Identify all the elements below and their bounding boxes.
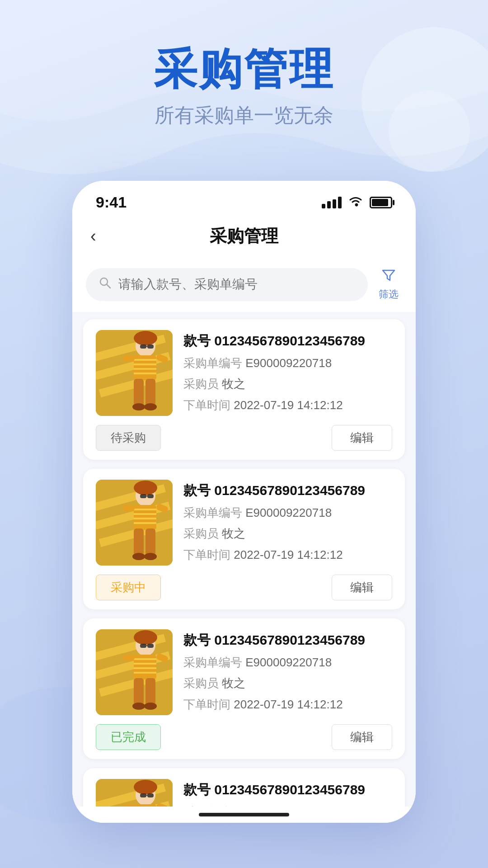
- phone-inner: 9:41: [72, 181, 416, 823]
- svg-rect-34: [123, 505, 135, 511]
- order-number-row: 采购单编号 E900009220718: [183, 505, 392, 521]
- svg-rect-57: [145, 678, 155, 705]
- svg-point-38: [132, 553, 145, 560]
- battery-icon: [370, 197, 392, 208]
- order-card: 款号 01234567890123456789 采购单编号 E900009220…: [83, 768, 405, 807]
- edit-button[interactable]: 编辑: [332, 575, 392, 600]
- model-number: 款号 01234567890123456789: [183, 631, 392, 650]
- order-card: 款号 01234567890123456789 采购单编号 E900009220…: [83, 618, 405, 759]
- svg-point-68: [134, 780, 157, 794]
- app-title: 采购管理: [0, 45, 488, 93]
- status-badge: 已完成: [96, 724, 161, 750]
- svg-rect-16: [134, 379, 144, 406]
- product-image: [96, 480, 173, 566]
- svg-rect-61: [147, 644, 154, 648]
- buyer-row: 采购员 牧之: [183, 376, 392, 392]
- order-number-label: 采购单编号: [183, 656, 245, 669]
- card-bottom: 待采购 编辑: [96, 423, 392, 451]
- search-input[interactable]: [118, 277, 355, 292]
- order-number-row: 采购单编号 E900009220718: [183, 355, 392, 371]
- status-icons: [322, 195, 392, 210]
- filter-button[interactable]: 筛选: [375, 266, 402, 303]
- status-bar: 9:41: [72, 181, 416, 216]
- svg-marker-2: [383, 270, 394, 280]
- search-input-wrap[interactable]: [86, 268, 368, 301]
- product-image: [96, 779, 173, 807]
- buyer-label: 采购员: [183, 377, 222, 391]
- time-value: 2022-07-19 14:12:12: [234, 398, 343, 412]
- svg-rect-17: [145, 379, 155, 406]
- svg-rect-14: [123, 355, 135, 362]
- signal-bar-4: [338, 197, 342, 208]
- svg-rect-36: [134, 528, 144, 556]
- card-info: 款号 01234567890123456789 采购单编号 E900009220…: [183, 480, 392, 566]
- nav-bar: ‹ 采购管理: [72, 216, 416, 257]
- card-top: 款号 01234567890123456789 采购单编号 E900009220…: [96, 480, 392, 566]
- svg-line-1: [107, 284, 110, 288]
- nav-title: 采购管理: [210, 225, 278, 248]
- order-number-label: 采购单编号: [183, 506, 245, 519]
- svg-rect-54: [123, 655, 135, 661]
- svg-point-19: [144, 403, 157, 410]
- signal-bar-3: [333, 199, 336, 208]
- svg-rect-81: [147, 793, 154, 797]
- buyer-value: 牧之: [222, 676, 245, 690]
- filter-icon: [381, 268, 396, 287]
- product-image: [96, 330, 173, 416]
- signal-bars-icon: [322, 197, 342, 208]
- signal-bar-1: [322, 204, 325, 208]
- card-bottom: 采购中 编辑: [96, 573, 392, 600]
- home-bar: [199, 813, 289, 816]
- status-badge: 采购中: [96, 575, 161, 600]
- card-info: 款号 01234567890123456789 采购单编号 E900009220…: [183, 629, 392, 715]
- svg-point-18: [132, 403, 145, 410]
- time-value: 2022-07-19 14:12:12: [234, 548, 343, 561]
- filter-label: 筛选: [379, 288, 399, 301]
- svg-point-48: [134, 630, 157, 645]
- svg-point-8: [134, 331, 157, 345]
- buyer-row: 采购员 牧之: [183, 525, 392, 542]
- time-value: 2022-07-19 14:12:12: [234, 698, 343, 711]
- time-label: 下单时间: [183, 548, 234, 561]
- edit-button[interactable]: 编辑: [332, 724, 392, 750]
- svg-point-58: [132, 703, 145, 710]
- time-label: 下单时间: [183, 398, 234, 412]
- phone-mockup: 9:41: [72, 181, 416, 823]
- card-info: 款号 01234567890123456789 采购单编号 E900009220…: [183, 779, 392, 807]
- buyer-label: 采购员: [183, 527, 222, 540]
- search-icon: [99, 276, 112, 293]
- orders-list: 款号 01234567890123456789 采购单编号 E900009220…: [72, 312, 416, 807]
- order-number-value: E900009220718: [245, 506, 332, 519]
- svg-rect-56: [134, 678, 144, 705]
- status-badge: 待采购: [96, 425, 161, 451]
- svg-point-28: [134, 481, 157, 495]
- buyer-label: 采购员: [183, 676, 222, 690]
- order-number-value: E900009220718: [245, 656, 332, 669]
- order-number-row: 采购单编号 E900009220718: [183, 654, 392, 670]
- time-row: 下单时间 2022-07-19 14:12:12: [183, 397, 392, 413]
- svg-rect-41: [147, 494, 154, 498]
- buyer-value: 牧之: [222, 377, 245, 391]
- buyer-value: 牧之: [222, 527, 245, 540]
- svg-rect-37: [145, 528, 155, 556]
- buyer-row: 采购员 牧之: [183, 675, 392, 691]
- app-subtitle: 所有采购单一览无余: [0, 102, 488, 129]
- model-number: 款号 01234567890123456789: [183, 781, 392, 799]
- card-top: 款号 01234567890123456789 采购单编号 E900009220…: [96, 330, 392, 416]
- svg-rect-74: [123, 804, 135, 807]
- svg-rect-40: [140, 494, 146, 498]
- order-card: 款号 01234567890123456789 采购单编号 E900009220…: [83, 469, 405, 609]
- time-row: 下单时间 2022-07-19 14:12:12: [183, 547, 392, 563]
- card-bottom: 已完成 编辑: [96, 722, 392, 750]
- edit-button[interactable]: 编辑: [332, 425, 392, 451]
- card-info: 款号 01234567890123456789 采购单编号 E900009220…: [183, 330, 392, 416]
- search-bar: 筛选: [72, 257, 416, 312]
- model-number: 款号 01234567890123456789: [183, 332, 392, 350]
- signal-bar-2: [327, 201, 331, 208]
- time-label: 下单时间: [183, 698, 234, 711]
- card-top: 款号 01234567890123456789 采购单编号 E900009220…: [96, 629, 392, 715]
- svg-rect-80: [140, 793, 146, 797]
- back-button[interactable]: ‹: [90, 226, 96, 246]
- status-time: 9:41: [96, 193, 127, 211]
- order-card: 款号 01234567890123456789 采购单编号 E900009220…: [83, 319, 405, 460]
